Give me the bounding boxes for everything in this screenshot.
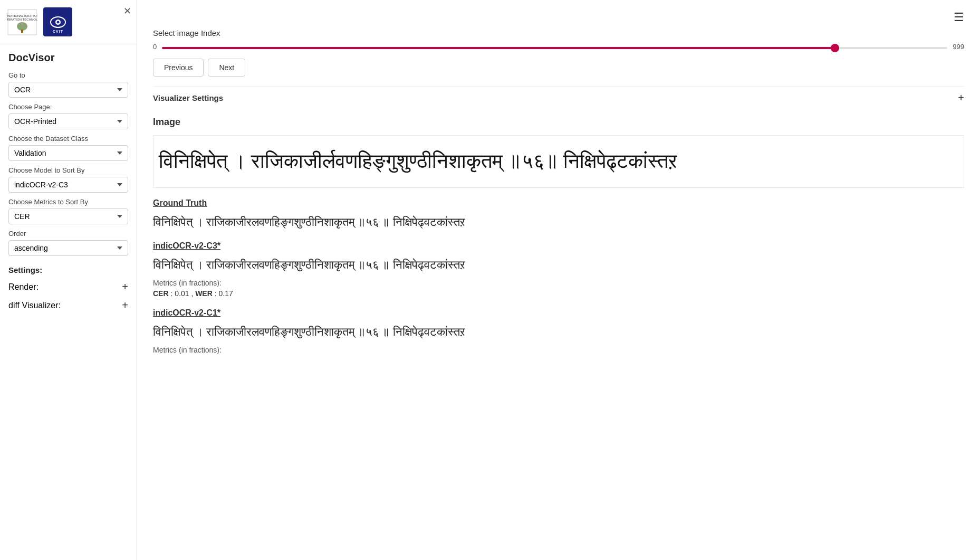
next-button[interactable]: Next (208, 59, 245, 77)
main-content: ☰ Select image Index 0 999 Previous Next… (137, 0, 980, 560)
goto-label: Go to (8, 71, 128, 79)
main-header: ☰ (153, 11, 964, 24)
ground-truth-label: Ground Truth (153, 198, 964, 208)
choose-dataset-label: Choose the Dataset Class (8, 135, 128, 143)
visualizer-settings-label: Visualizer Settings (153, 93, 223, 102)
visualizer-settings-row[interactable]: Visualizer Settings + (153, 86, 964, 109)
image-index-slider[interactable] (162, 47, 947, 49)
choose-page-label: Choose Page: (8, 103, 128, 111)
sidebar-content: DocVisor Go to OCR Choose Page: OCR-Prin… (0, 44, 137, 560)
sidebar-title: DocVisor (8, 52, 128, 64)
model1-metrics-label: Metrics (in fractions): (153, 279, 964, 287)
model2-text: विनिक्षिपेत् । राजिकाजीरलवणहिङ्गशुण्ठीनि… (153, 323, 964, 340)
slider-min: 0 (153, 43, 157, 51)
previous-button[interactable]: Previous (153, 59, 204, 77)
model1-comma: , (191, 289, 195, 298)
model1-text: विनिक्षिपेत् । राजिकाजीरलवणहिङ्गशुण्ठीनि… (153, 256, 964, 273)
model1-cer-value: 0.01 (175, 289, 189, 298)
order-select[interactable]: ascending (8, 240, 128, 256)
choose-page-select[interactable]: OCR-Printed (8, 113, 128, 129)
svg-point-3 (17, 22, 27, 31)
visualizer-settings-expand-icon: + (958, 92, 964, 104)
ground-truth-text: विनिक्षिपेत् । राजिकाजीरलवणहिङ्गशुण्ठीनि… (153, 213, 964, 231)
model1-wer-colon: : (215, 289, 219, 298)
model1-wer-value: 0.17 (219, 289, 233, 298)
nav-buttons: Previous Next (153, 59, 964, 77)
goto-select[interactable]: OCR (8, 82, 128, 98)
model2-metrics-label: Metrics (in fractions): (153, 346, 964, 354)
order-label: Order (8, 230, 128, 238)
svg-text:INFORMATION TECHNOLOGY: INFORMATION TECHNOLOGY (7, 18, 37, 21)
choose-model-label: Choose Model to Sort By (8, 166, 128, 174)
slider-container: 0 999 (153, 42, 964, 51)
image-section-title: Image (153, 117, 964, 128)
settings-label: Settings: (8, 265, 128, 274)
slider-max: 999 (953, 43, 964, 51)
model1-cer-label: CER (153, 289, 169, 298)
svg-rect-4 (21, 30, 23, 33)
close-button[interactable]: ✕ (123, 5, 131, 17)
svg-text:INTERNATIONAL INSTITUTE OF: INTERNATIONAL INSTITUTE OF (7, 14, 37, 17)
choose-metrics-label: Choose Metrics to Sort By (8, 198, 128, 206)
render-label: Render: (8, 282, 39, 292)
diff-visualizer-expand-row[interactable]: diff Visualizer: + (8, 299, 128, 311)
model1-metrics-values: CER : 0.01 , WER : 0.17 (153, 289, 964, 298)
diff-visualizer-label: diff Visualizer: (8, 301, 61, 310)
sidebar-header: INTERNATIONAL INSTITUTE OF INFORMATION T… (0, 0, 137, 44)
select-image-label: Select image Index (153, 29, 964, 37)
iiit-logo: INTERNATIONAL INSTITUTE OF INFORMATION T… (6, 7, 38, 36)
model1-label: indicOCR-v2-C3* (153, 241, 964, 251)
image-text: विनिक्षिपेत् । राजिकाजीर्लवणहिङ्गुशुण्ठी… (159, 147, 677, 175)
choose-model-select[interactable]: indicOCR-v2-C3 (8, 177, 128, 193)
diff-visualizer-expand-icon: + (122, 299, 128, 311)
slider-wrapper (162, 42, 947, 51)
svg-text:CVIT: CVIT (53, 30, 63, 33)
hamburger-icon[interactable]: ☰ (954, 11, 964, 24)
render-expand-icon: + (122, 281, 128, 293)
render-expand-row[interactable]: Render: + (8, 281, 128, 293)
sidebar: INTERNATIONAL INSTITUTE OF INFORMATION T… (0, 0, 137, 560)
choose-dataset-select[interactable]: Validation (8, 145, 128, 161)
image-display: विनिक्षिपेत् । राजिकाजीर्लवणहिङ्गुशुण्ठी… (153, 135, 964, 188)
model1-wer-label: WER (195, 289, 213, 298)
cvit-logo: CVIT (43, 7, 72, 36)
choose-metrics-select[interactable]: CER (8, 208, 128, 224)
svg-point-8 (56, 21, 59, 23)
model2-label: indicOCR-v2-C1* (153, 308, 964, 318)
